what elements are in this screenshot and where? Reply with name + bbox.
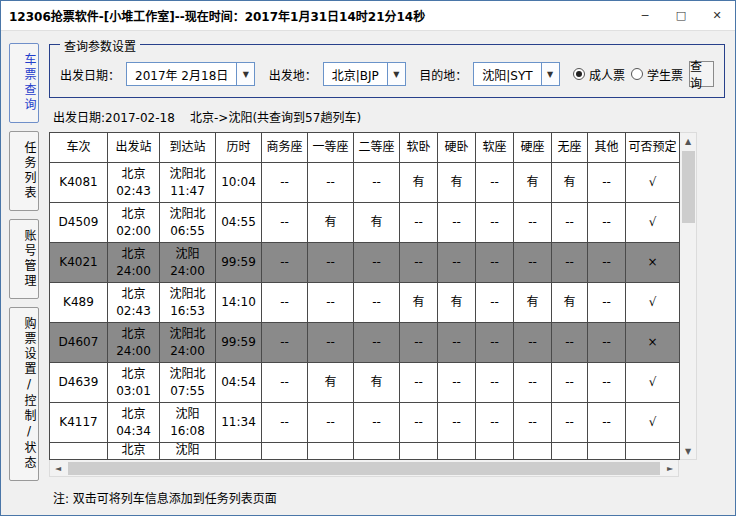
to-station-cell: 沈阳北 16:53: [160, 283, 216, 323]
from-station-cell: 北京 24:00: [108, 243, 160, 283]
to-station-cell: 沈阳北 11:47: [160, 163, 216, 203]
window-controls: ─ □ ✕: [627, 1, 735, 30]
query-button[interactable]: 查询: [689, 61, 714, 87]
vertical-scrollbar[interactable]: ▲ ▼: [680, 132, 697, 460]
train-row[interactable]: D4509北京 02:00沈阳北 06:5504:55--有有---------…: [50, 203, 680, 243]
from-station-cell: 北京 02:00: [108, 203, 160, 243]
train-row[interactable]: K4081北京 02:43沈阳北 11:4710:04------有有--有有-…: [50, 163, 680, 203]
train-row[interactable]: K489北京 02:43沈阳北 16:5314:10------有有--有有--…: [50, 283, 680, 323]
bookable-cell: ×: [626, 243, 680, 283]
seat-availability-cell: --: [438, 203, 476, 243]
close-button[interactable]: ✕: [699, 1, 735, 30]
duration-cell: 11:34: [216, 403, 262, 443]
sidebar-tab-ticket-query[interactable]: 车票查询: [9, 43, 39, 123]
seat-availability-cell: --: [552, 243, 588, 283]
seat-availability-cell: --: [354, 283, 400, 323]
seat-availability-cell: 有: [514, 163, 552, 203]
seat-availability-cell: [308, 443, 354, 460]
radio-selected-icon: [573, 68, 585, 80]
query-params-groupbox: 查询参数设置 出发日期： 2017年 2月18日 ▼ 出发地： 北京|BJP ▼…: [49, 44, 725, 98]
train-row[interactable]: 北京沈阳: [50, 443, 680, 460]
minimize-button[interactable]: ─: [627, 1, 663, 30]
window-title: 12306抢票软件-[小堆工作室]--现在时间：2017年1月31日14时21分…: [9, 7, 425, 24]
query-form-row: 出发日期： 2017年 2月18日 ▼ 出发地： 北京|BJP ▼ 目的地： 沈…: [60, 61, 714, 87]
to-station-select[interactable]: 沈阳|SYT ▼: [473, 62, 559, 86]
column-header: 车次: [50, 133, 108, 163]
column-header: 可否预定: [626, 133, 680, 163]
seat-availability-cell: [400, 443, 438, 460]
seat-availability-cell: --: [588, 323, 626, 363]
column-header: 软座: [476, 133, 514, 163]
seat-availability-cell: --: [438, 243, 476, 283]
train-number-cell: K4117: [50, 403, 108, 443]
sidebar: 车票查询 任务列表 账号管理 购票设置/控制/状态: [1, 31, 45, 515]
duration-cell: 04:54: [216, 363, 262, 403]
maximize-button[interactable]: □: [663, 1, 699, 30]
scroll-right-icon[interactable]: ►: [662, 460, 678, 476]
train-table-zone: 车次出发站到达站历时商务座一等座二等座软卧硬卧软座硬座无座其他可否预定 K408…: [49, 132, 725, 460]
seat-availability-cell: --: [400, 403, 438, 443]
train-row[interactable]: K4117北京 04:34沈阳 16:0811:34--------------…: [50, 403, 680, 443]
train-table-body: K4081北京 02:43沈阳北 11:4710:04------有有--有有-…: [50, 163, 680, 460]
train-number-cell: D4607: [50, 323, 108, 363]
seat-availability-cell: 有: [400, 163, 438, 203]
seat-availability-cell: --: [354, 323, 400, 363]
train-row[interactable]: K4021北京 24:00沈阳 24:0099:59--------------…: [50, 243, 680, 283]
horizontal-scrollbar-thumb[interactable]: [68, 462, 660, 475]
seat-availability-cell: --: [552, 323, 588, 363]
seat-availability-cell: --: [438, 403, 476, 443]
column-header: 无座: [552, 133, 588, 163]
seat-availability-cell: 有: [308, 363, 354, 403]
seat-availability-cell: --: [400, 363, 438, 403]
scroll-up-icon[interactable]: ▲: [680, 133, 696, 149]
sidebar-tab-account-management[interactable]: 账号管理: [9, 219, 39, 299]
student-ticket-radio[interactable]: 学生票: [631, 66, 683, 83]
seat-availability-cell: --: [552, 203, 588, 243]
to-station-cell: 沈阳: [160, 443, 216, 460]
seat-availability-cell: [262, 443, 308, 460]
bookable-cell: √: [626, 283, 680, 323]
app-window: 12306抢票软件-[小堆工作室]--现在时间：2017年1月31日14时21分…: [0, 0, 736, 516]
seat-availability-cell: --: [262, 403, 308, 443]
from-station-select[interactable]: 北京|BJP ▼: [323, 62, 406, 86]
seat-availability-cell: --: [308, 403, 354, 443]
bookable-cell: ×: [626, 323, 680, 363]
seat-availability-cell: 有: [438, 283, 476, 323]
seat-availability-cell: 有: [308, 203, 354, 243]
scroll-left-icon[interactable]: ◄: [50, 460, 66, 476]
column-header: 出发站: [108, 133, 160, 163]
duration-cell: [216, 443, 262, 460]
chevron-down-icon[interactable]: ▼: [541, 63, 559, 85]
duration-cell: 14:10: [216, 283, 262, 323]
depart-date-label: 出发日期：: [60, 66, 120, 83]
train-number-cell: D4639: [50, 363, 108, 403]
seat-availability-cell: [476, 443, 514, 460]
seat-availability-cell: --: [354, 243, 400, 283]
scroll-down-icon[interactable]: ▼: [680, 443, 696, 459]
sidebar-tab-task-list[interactable]: 任务列表: [9, 131, 39, 211]
column-header: 硬座: [514, 133, 552, 163]
seat-availability-cell: --: [588, 203, 626, 243]
seat-availability-cell: --: [308, 243, 354, 283]
chevron-down-icon[interactable]: ▼: [387, 63, 405, 85]
chevron-down-icon[interactable]: ▼: [236, 63, 254, 85]
depart-date-select[interactable]: 2017年 2月18日 ▼: [126, 62, 255, 86]
train-number-cell: D4509: [50, 203, 108, 243]
train-number-cell: K489: [50, 283, 108, 323]
seat-availability-cell: 有: [438, 163, 476, 203]
to-station-cell: 沈阳 16:08: [160, 403, 216, 443]
vertical-scrollbar-thumb[interactable]: [682, 151, 695, 223]
bookable-cell: [626, 443, 680, 460]
train-row[interactable]: D4607北京 24:00沈阳北 24:0099:59-------------…: [50, 323, 680, 363]
seat-availability-cell: --: [308, 283, 354, 323]
student-ticket-label: 学生票: [647, 66, 683, 83]
to-station-cell: 沈阳 24:00: [160, 243, 216, 283]
adult-ticket-radio[interactable]: 成人票: [573, 66, 625, 83]
horizontal-scrollbar[interactable]: ◄ ►: [49, 460, 679, 477]
groupbox-title: 查询参数设置: [60, 37, 140, 54]
sidebar-tab-purchase-settings[interactable]: 购票设置/控制/状态: [9, 307, 39, 481]
depart-date-value: 2017年 2月18日: [127, 66, 236, 83]
seat-availability-cell: --: [262, 163, 308, 203]
seat-availability-cell: --: [514, 403, 552, 443]
train-row[interactable]: D4639北京 03:01沈阳北 07:5504:54--有有---------…: [50, 363, 680, 403]
